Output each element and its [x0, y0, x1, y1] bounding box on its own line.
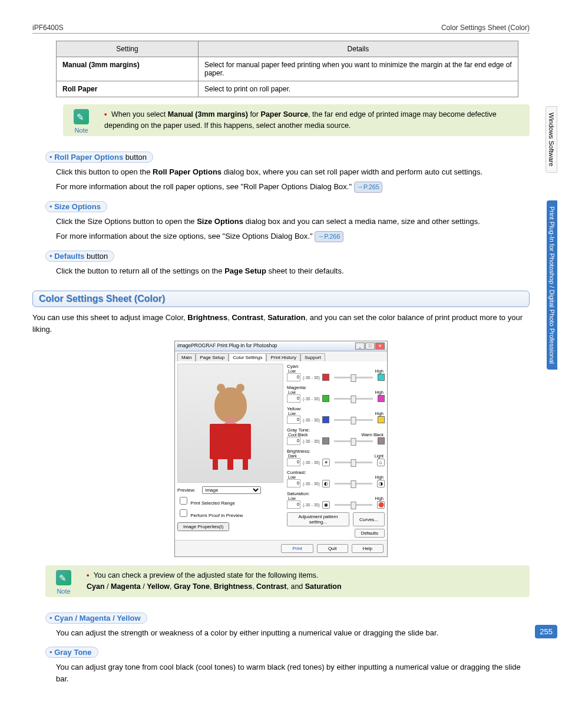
body-text: For more information about the size opti…: [56, 230, 530, 242]
chk-perform-proof[interactable]: Perform Proof in Preview: [177, 508, 283, 519]
body-text: For more information about the roll pape…: [56, 181, 530, 193]
maximize-icon[interactable]: □: [365, 342, 375, 350]
spin-input[interactable]: 0: [287, 394, 300, 403]
bullet-icon: •: [104, 110, 107, 118]
slider[interactable]: [335, 462, 372, 463]
spin-input[interactable]: 0: [287, 479, 300, 487]
body-text: Click the button to return all of the se…: [56, 265, 530, 277]
slider[interactable]: [334, 419, 373, 421]
color-swatch-icon: [322, 437, 329, 444]
window-buttons: _□✕: [355, 342, 385, 350]
color-swatch-icon: [378, 416, 385, 423]
spin-input[interactable]: 0: [287, 373, 300, 381]
color-swatch-icon: [378, 395, 385, 402]
note-box: Note • When you select Manual (3mm margi…: [63, 104, 530, 136]
right-end-icon: ☼: [377, 459, 385, 466]
color-swatch-icon: [322, 374, 329, 381]
dialog-title: imagePROGRAF Print Plug-In for Photoshop: [177, 342, 277, 350]
slider[interactable]: [335, 504, 372, 506]
page-number: 255: [535, 625, 557, 638]
curves-button[interactable]: Curves...: [353, 512, 385, 526]
dialog-screenshot: imagePROGRAF Print Plug-In for Photoshop…: [174, 341, 388, 557]
chair-icon: [210, 424, 251, 459]
left-end-icon: ◐: [322, 480, 330, 487]
tab-support[interactable]: Support: [300, 353, 325, 361]
body-text: You can adjust gray tone from cool black…: [56, 661, 530, 684]
section-title-bar: Color Settings Sheet (Color): [32, 291, 530, 307]
right-end-icon: 🔴: [377, 501, 385, 509]
close-icon[interactable]: ✕: [375, 342, 385, 350]
note-icon: [74, 109, 89, 124]
tab-page-setup[interactable]: Page Setup: [196, 353, 229, 361]
color-swatch-icon: [378, 437, 385, 444]
header-right: Color Settings Sheet (Color): [441, 24, 530, 32]
setting-name: Manual (3mm margins): [57, 57, 199, 81]
setting-name: Roll Paper: [57, 81, 199, 97]
color-swatch-icon: [322, 416, 329, 423]
slider[interactable]: [334, 440, 373, 442]
note-label: Note: [51, 587, 76, 597]
settings-table: Setting Details Manual (3mm margins) Sel…: [56, 41, 518, 97]
slider-row: Gray Tone:Cool BlackWarm Black0(-30 - 30…: [287, 427, 385, 445]
right-end-icon: ◑: [377, 480, 385, 487]
tabs-row: Main Page Setup Color Settings Print His…: [175, 351, 387, 361]
chk-print-selected[interactable]: Print Selected Range: [177, 495, 283, 506]
header-left: iPF6400S: [32, 24, 64, 32]
spin-input[interactable]: 0: [287, 437, 300, 445]
slider-row: Saturation:LowHigh0(-30 - 30)◉🔴: [287, 491, 385, 509]
bullet-icon: •: [87, 571, 89, 579]
minimize-icon[interactable]: _: [355, 342, 365, 350]
defaults-heading: • Defaults button: [45, 251, 114, 262]
tab-main[interactable]: Main: [177, 353, 196, 361]
slider[interactable]: [335, 483, 372, 485]
left-end-icon: ☀: [322, 459, 330, 466]
quit-button[interactable]: Quit: [317, 544, 348, 553]
cmy-heading: • Cyan / Magenta / Yellow: [45, 612, 147, 624]
page-ref-link[interactable]: →P.265: [354, 182, 382, 193]
slider-row: Brightness:DarkLight0(-30 - 30)☀☼: [287, 449, 385, 466]
th-details: Details: [199, 41, 518, 57]
slider-row: Yellow:LowHigh0(-30 - 30): [287, 406, 385, 424]
spin-input[interactable]: 0: [287, 500, 300, 509]
table-row: Manual (3mm margins) Select for manual p…: [57, 57, 518, 81]
setting-details: Select to print on roll paper.: [199, 81, 518, 97]
page-header: iPF6400S Color Settings Sheet (Color): [32, 24, 530, 34]
side-tab-windows: Windows Software: [546, 106, 557, 173]
slider-row: Magenta:LowHigh0(-30 - 30): [287, 385, 385, 403]
section-title: Color Settings Sheet (Color): [39, 294, 165, 304]
print-button[interactable]: Print: [281, 544, 313, 553]
teddy-bear-icon: [214, 387, 247, 423]
image-properties-button[interactable]: Image Properties(I): [177, 522, 229, 531]
help-button[interactable]: Help: [352, 544, 384, 553]
table-row: Roll Paper Select to print on roll paper…: [57, 81, 518, 97]
page-ref-link[interactable]: →P.266: [315, 231, 343, 242]
spin-input[interactable]: 0: [287, 458, 300, 466]
color-swatch-icon: [322, 395, 329, 402]
tab-color-settings[interactable]: Color Settings: [229, 353, 266, 361]
preview-image: [177, 364, 283, 483]
slider[interactable]: [334, 377, 373, 378]
preview-select[interactable]: Image: [202, 486, 261, 494]
color-swatch-icon: [378, 374, 385, 381]
note-icon: [56, 570, 71, 585]
body-text: Click the Size Options button to open th…: [56, 216, 530, 228]
roll-paper-options-heading: • Roll Paper Options button: [45, 151, 153, 163]
preview-label: Preview:: [177, 487, 201, 493]
defaults-button[interactable]: Defaults: [355, 529, 385, 538]
body-text: You can adjust the strength or weakness …: [56, 627, 530, 639]
slider[interactable]: [334, 398, 373, 400]
size-options-heading: • Size Options: [45, 201, 107, 212]
note-box: Note • You can check a preview of the ad…: [45, 565, 530, 597]
adjustment-pattern-button[interactable]: Adjustment pattern setting...: [287, 512, 349, 526]
slider-row: Contrast:LowHigh0(-30 - 30)◐◑: [287, 470, 385, 487]
side-tab-plugin: Print Plug-In for Photoshop / Digital Ph…: [547, 200, 557, 370]
th-setting: Setting: [57, 41, 199, 57]
left-end-icon: ◉: [322, 501, 330, 509]
note-label: Note: [69, 126, 94, 136]
gray-tone-heading: • Gray Tone: [45, 647, 98, 658]
dialog-titlebar: imagePROGRAF Print Plug-In for Photoshop…: [175, 341, 387, 351]
spin-input[interactable]: 0: [287, 416, 300, 424]
setting-details: Select for manual paper feed printing wh…: [199, 57, 518, 81]
intro-text: You can use this sheet to adjust image C…: [32, 312, 530, 335]
tab-print-history[interactable]: Print History: [266, 353, 300, 361]
